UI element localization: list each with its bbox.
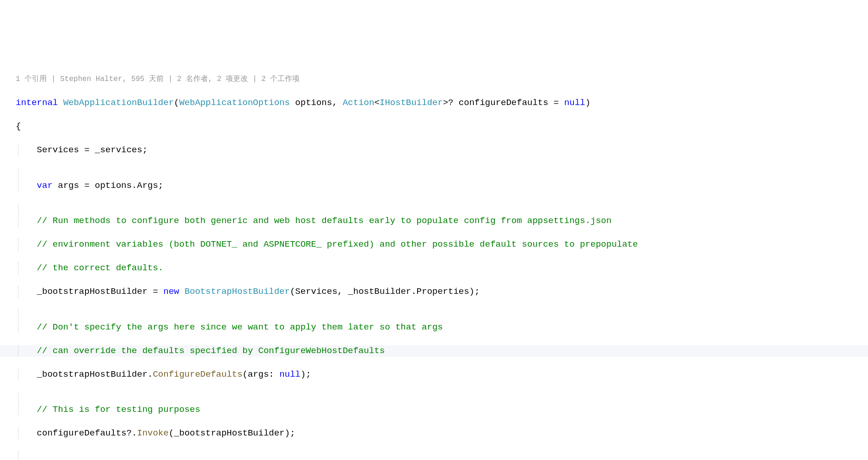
- code-line[interactable]: _bootstrapHostBuilder = new BootstrapHos…: [0, 286, 868, 298]
- type-webapplicationbuilder: WebApplicationBuilder: [63, 98, 174, 108]
- code-line[interactable]: // the correct defaults.: [0, 262, 868, 274]
- comment: // the correct defaults.: [16, 263, 163, 273]
- method-configuredefaults: ConfigureDefaults: [153, 369, 242, 379]
- type-ihostbuilder: IHostBuilder: [380, 98, 443, 108]
- code-line[interactable]: _bootstrapHostBuilder.ConfigureDefaults(…: [0, 369, 868, 381]
- comment: // Run methods to configure both generic…: [16, 216, 611, 226]
- code-editor-viewport[interactable]: 1 个引用 | Stephen Halter, 595 天前 | 2 名作者, …: [0, 47, 868, 460]
- code-line[interactable]: // Don't specify the args here since we …: [0, 322, 868, 334]
- keyword-null: null: [279, 369, 301, 379]
- code-line-current[interactable]: // can override the defaults specified b…: [0, 345, 868, 357]
- code-line[interactable]: // Run methods to configure both generic…: [0, 215, 868, 227]
- code-line[interactable]: configureDefaults?.Invoke(_bootstrapHost…: [0, 428, 868, 440]
- blame-text[interactable]: 1 个引用 | Stephen Halter, 595 天前 | 2 名作者, …: [16, 75, 300, 83]
- method-invoke: Invoke: [137, 428, 168, 438]
- comment: // can override the defaults specified b…: [16, 346, 385, 356]
- keyword-internal: internal: [16, 98, 58, 108]
- type-webapplicationoptions: WebApplicationOptions: [179, 98, 289, 108]
- code-line[interactable]: internal WebApplicationBuilder(WebApplic…: [0, 97, 868, 109]
- code-line[interactable]: {: [0, 121, 868, 133]
- keyword-var: var: [37, 180, 53, 191]
- code-line[interactable]: // This is for testing purposes: [0, 404, 868, 416]
- type-action: Action: [343, 98, 374, 108]
- comment: // environment variables (both DOTNET_ a…: [16, 239, 638, 249]
- code-line[interactable]: var args = options.Args;: [0, 180, 868, 192]
- code-line[interactable]: Services = _services;: [0, 144, 868, 156]
- code-line[interactable]: // environment variables (both DOTNET_ a…: [0, 239, 868, 251]
- keyword-null: null: [564, 98, 585, 108]
- type-bootstraphostbuilder: BootstrapHostBuilder: [185, 286, 290, 297]
- keyword-new: new: [163, 286, 179, 297]
- comment: // This is for testing purposes: [16, 404, 200, 415]
- comment: // Don't specify the args here since we …: [16, 322, 443, 332]
- codelens-blame-line[interactable]: 1 个引用 | Stephen Halter, 595 天前 | 2 名作者, …: [0, 73, 868, 86]
